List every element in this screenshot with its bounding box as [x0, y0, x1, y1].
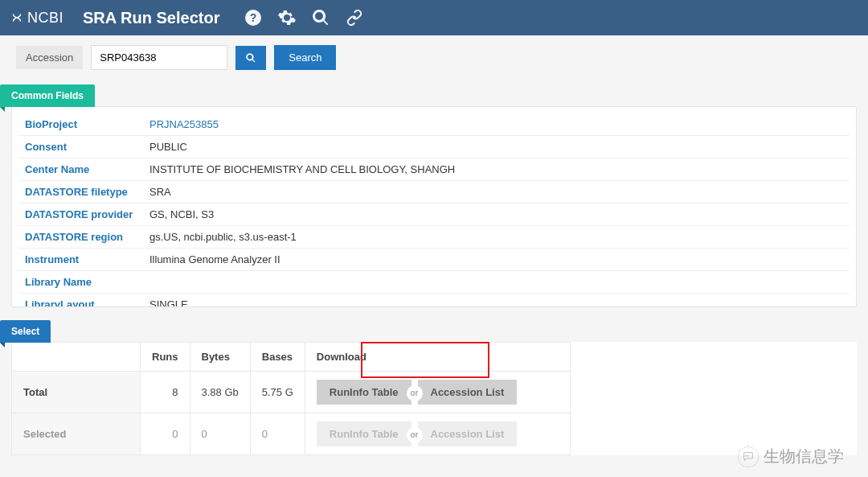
field-label[interactable]: LibraryLayout — [18, 294, 143, 308]
ncbi-logo-text: NCBI — [27, 10, 63, 27]
gear-icon[interactable] — [277, 8, 297, 27]
select-header-runs: Runs — [141, 343, 190, 372]
nav-icons: ? — [244, 8, 364, 27]
select-row-bases: 5.75 G — [250, 372, 305, 413]
navbar: NCBI SRA Run Selector ? — [0, 0, 868, 35]
search-bar: Accession Search — [0, 35, 868, 80]
field-value: gs.US, ncbi.public, s3.us-east-1 — [143, 226, 850, 249]
select-row: Total83.88 Gb5.75 GRunInfo TableorAccess… — [12, 372, 571, 413]
select-row-label: Selected — [12, 413, 141, 455]
select-row-bytes: 0 — [190, 413, 250, 455]
field-value: INSTITUTE OF BIOCHEMISTRY AND CELL BIOLO… — [143, 158, 850, 181]
app-title: SRA Run Selector — [83, 9, 219, 27]
field-row: ConsentPUBLIC — [18, 136, 850, 158]
ncbi-logo-icon — [10, 10, 24, 25]
field-row: InstrumentIllumina Genome Analyzer II — [18, 249, 850, 271]
field-row: DATASTORE regiongs.US, ncbi.public, s3.u… — [18, 226, 850, 249]
accession-list-button: Accession List — [418, 421, 518, 446]
select-header-bases: Bases — [250, 343, 305, 372]
field-value: Illumina Genome Analyzer II — [143, 249, 850, 271]
select-row: Selected000RunInfo TableorAccession List — [12, 413, 571, 455]
field-row: Center NameINSTITUTE OF BIOCHEMISTRY AND… — [18, 158, 850, 181]
field-label[interactable]: Consent — [18, 136, 143, 158]
field-value: SRA — [143, 181, 850, 204]
link-icon[interactable] — [345, 8, 364, 27]
search-button[interactable]: Search — [274, 45, 336, 70]
select-header-empty — [12, 343, 141, 372]
select-header-bytes: Bytes — [190, 343, 250, 372]
select-panel: Select Runs Bytes Bases Download Total83… — [11, 320, 857, 455]
field-row: DATASTORE providerGS, NCBI, S3 — [18, 204, 850, 226]
field-row: BioProjectPRJNA253855 — [18, 113, 850, 136]
search-icon[interactable] — [311, 8, 330, 27]
field-value — [143, 271, 850, 294]
ncbi-logo[interactable]: NCBI — [10, 10, 63, 27]
select-tab: Select — [0, 320, 51, 343]
common-fields-tab: Common Fields — [0, 84, 95, 107]
select-grid: Runs Bytes Bases Download Total83.88 Gb5… — [11, 342, 857, 455]
runinfo-table-button: RunInfo Table — [317, 421, 411, 446]
or-separator: or — [407, 385, 423, 401]
field-label[interactable]: Center Name — [18, 158, 143, 181]
field-label[interactable]: DATASTORE filetype — [18, 181, 143, 204]
accession-input[interactable] — [91, 45, 227, 70]
field-value: GS, NCBI, S3 — [143, 204, 850, 226]
field-label[interactable]: Instrument — [18, 249, 143, 271]
common-fields-box[interactable]: BioProjectPRJNA253855ConsentPUBLICCenter… — [11, 106, 857, 307]
accession-label: Accession — [16, 46, 83, 69]
field-value[interactable]: PRJNA253855 — [143, 113, 850, 136]
accession-list-button[interactable]: Accession List — [418, 380, 518, 405]
search-icon-button[interactable] — [235, 46, 266, 70]
field-row: LibraryLayoutSINGLE — [18, 294, 850, 308]
help-icon[interactable]: ? — [244, 8, 263, 27]
select-row-bases: 0 — [250, 413, 305, 455]
field-value: PUBLIC — [143, 136, 850, 158]
common-fields-table: BioProjectPRJNA253855ConsentPUBLICCenter… — [18, 113, 850, 307]
select-table: Runs Bytes Bases Download Total83.88 Gb5… — [11, 342, 571, 455]
field-label[interactable]: BioProject — [18, 113, 143, 136]
select-row-label: Total — [12, 372, 141, 413]
select-row-runs: 0 — [141, 413, 190, 455]
field-value: SINGLE — [143, 294, 850, 308]
field-label[interactable]: DATASTORE region — [18, 226, 143, 249]
svg-text:?: ? — [250, 11, 257, 24]
select-row-runs: 8 — [141, 372, 190, 413]
select-row-bytes: 3.88 Gb — [190, 372, 250, 413]
or-separator: or — [407, 427, 423, 443]
field-label[interactable]: Library Name — [18, 271, 143, 294]
field-row: DATASTORE filetypeSRA — [18, 181, 850, 204]
select-header-download: Download — [305, 343, 570, 372]
select-row-download: RunInfo TableorAccession List — [305, 413, 570, 455]
select-row-download: RunInfo TableorAccession List — [305, 372, 570, 413]
field-row: Library Name — [18, 271, 850, 294]
runinfo-table-button[interactable]: RunInfo Table — [317, 380, 411, 405]
common-fields-panel: Common Fields BioProjectPRJNA253855Conse… — [11, 84, 857, 307]
field-label[interactable]: DATASTORE provider — [18, 204, 143, 226]
